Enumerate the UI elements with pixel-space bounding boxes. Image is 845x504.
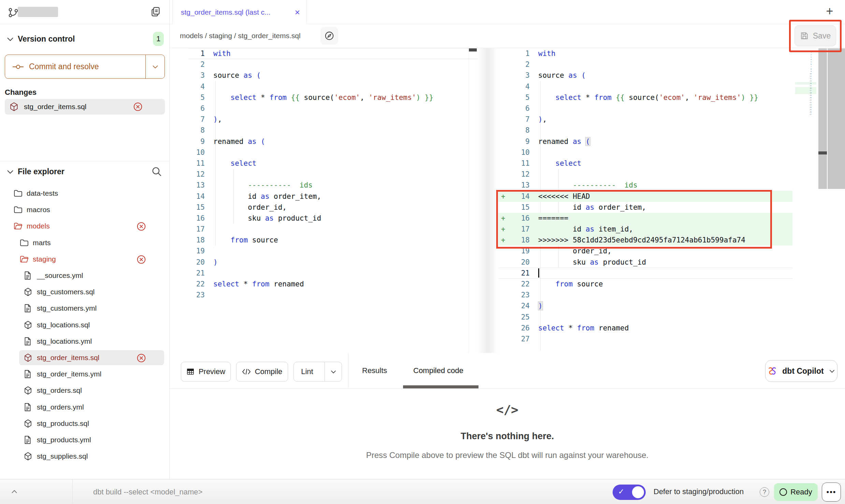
file-tree-item-staging[interactable]: staging	[19, 252, 164, 267]
file-tree-item-stg-products-yml[interactable]: stg_products.yml	[19, 432, 164, 447]
code-line[interactable]: 1with	[498, 48, 792, 59]
file-tree-item-stg-order-items-yml[interactable]: stg_order_items.yml	[19, 367, 164, 382]
file-tree-item-stg-order-items-sql[interactable]: stg_order_items.sql	[19, 350, 164, 365]
code-line[interactable]: 4	[188, 81, 477, 92]
code-line[interactable]: 21	[498, 268, 792, 279]
new-tab-button[interactable]: +	[822, 3, 837, 19]
code-line[interactable]: 5 select * from {{ source('ecom', 'raw_i…	[188, 92, 477, 103]
code-line[interactable]: 14 id as order_item,	[188, 191, 477, 202]
code-line[interactable]: 21	[188, 268, 477, 279]
code-line[interactable]: 2	[498, 59, 792, 70]
code-line[interactable]: 20)	[188, 257, 477, 268]
code-line[interactable]: 9renamed as (	[498, 136, 792, 147]
status-badge-ready[interactable]: Ready	[774, 483, 818, 501]
code-line[interactable]: 11 select	[188, 158, 477, 169]
tab-results[interactable]: Results	[362, 353, 387, 388]
commit-options-dropdown[interactable]	[145, 55, 164, 78]
code-line[interactable]: 15 id as order_item,	[498, 202, 792, 213]
code-line[interactable]: 2	[188, 59, 477, 70]
command-input[interactable]	[93, 479, 571, 504]
expand-command-history-icon[interactable]	[8, 485, 21, 499]
editor-pane-original[interactable]: 1with23source as (45 select * from {{ so…	[188, 48, 477, 300]
code-line[interactable]: 15 order_id,	[188, 202, 477, 213]
pane-splitter[interactable]	[477, 48, 498, 353]
code-line[interactable]: 11 select	[498, 158, 792, 169]
editor-scrollbar-thumb[interactable]	[818, 151, 827, 154]
lint-options-dropdown[interactable]	[325, 362, 342, 381]
discard-change-icon[interactable]	[136, 221, 146, 232]
code-line[interactable]: 12	[498, 169, 792, 180]
file-tree-item-marts[interactable]: marts	[19, 235, 164, 250]
discard-change-icon[interactable]	[136, 353, 146, 363]
code-line[interactable]: 13 ---------- ids	[188, 180, 477, 191]
code-line[interactable]: 10	[498, 147, 792, 158]
code-line[interactable]: 7),	[498, 114, 792, 125]
discard-change-icon[interactable]	[133, 102, 143, 112]
code-line[interactable]: 12	[188, 169, 477, 180]
code-line[interactable]: 8	[188, 125, 477, 136]
copy-icon[interactable]	[149, 5, 163, 19]
save-button[interactable]: Save	[794, 25, 836, 46]
code-line[interactable]: +16=======	[498, 213, 792, 224]
window-scrollbar[interactable]	[828, 48, 845, 189]
help-icon[interactable]: ?	[760, 487, 769, 497]
code-line[interactable]: 22 from source	[498, 279, 792, 290]
file-tree-item--sources-yml[interactable]: __sources.yml	[19, 268, 164, 283]
code-line[interactable]: 17	[188, 224, 477, 235]
code-line[interactable]: 25	[498, 312, 792, 323]
file-tree-item-stg-products-sql[interactable]: stg_products.sql	[19, 416, 164, 431]
tab-stg-order-items[interactable]: stg_order_items.sql (last c... ×	[172, 0, 306, 24]
code-line[interactable]: 3source as (	[188, 70, 477, 81]
code-line[interactable]: 19	[188, 246, 477, 256]
file-tree-item-stg-customers-yml[interactable]: stg_customers.yml	[19, 301, 164, 316]
code-line[interactable]: 7),	[188, 114, 477, 125]
code-line[interactable]: 1with	[188, 48, 477, 59]
file-explorer-section-header[interactable]: File explorer	[0, 161, 169, 182]
code-line[interactable]: 6	[498, 103, 792, 114]
branch-name-redacted[interactable]	[18, 7, 58, 17]
more-options-button[interactable]: •••	[822, 483, 841, 502]
editor-scrollbar[interactable]	[818, 48, 827, 189]
code-line[interactable]: 5 select * from {{ source('ecom', 'raw_i…	[498, 92, 792, 103]
tab-compiled-code[interactable]: Compiled code	[413, 353, 463, 388]
code-line[interactable]: 8	[498, 125, 792, 136]
search-icon[interactable]	[151, 166, 162, 177]
code-line[interactable]: +18>>>>>>> 58c1dd23d5eebd9cd2495fa7124ab…	[498, 235, 792, 246]
code-line[interactable]: 22select * from renamed	[188, 279, 477, 290]
code-line[interactable]: 26select * from renamed	[498, 323, 792, 333]
file-tree-item-stg-orders-yml[interactable]: stg_orders.yml	[19, 400, 164, 415]
code-line[interactable]: 23	[188, 290, 477, 300]
lint-button[interactable]: Lint	[293, 362, 342, 382]
file-tree-item-macros[interactable]: macros	[19, 202, 164, 217]
lint-label[interactable]: Lint	[294, 362, 320, 381]
changed-file-row[interactable]: stg_order_items.sql	[5, 99, 165, 115]
preview-button[interactable]: Preview	[181, 362, 231, 382]
code-line[interactable]: 20 sku as product_id	[498, 257, 792, 268]
code-line[interactable]: 13 ---------- ids	[498, 180, 792, 191]
code-line[interactable]: 27	[498, 333, 792, 344]
minimap[interactable]: 1with23source as (45 select * from {{ so…	[795, 51, 816, 167]
file-tree-item-stg-locations-yml[interactable]: stg_locations.yml	[19, 334, 164, 349]
compile-button[interactable]: Compile	[236, 362, 288, 382]
file-tree-item-models[interactable]: models	[19, 219, 164, 234]
version-control-section-header[interactable]: Version control 1	[0, 24, 169, 55]
code-line[interactable]: +14<<<<<<< HEAD	[498, 191, 792, 202]
close-icon[interactable]: ×	[295, 8, 300, 17]
code-line[interactable]: 6	[188, 103, 477, 114]
code-line[interactable]: 18 from source	[188, 235, 477, 246]
code-line[interactable]: 10	[188, 147, 477, 158]
lineage-compass-icon[interactable]	[320, 27, 338, 45]
code-line[interactable]: +17 id as item_id,	[498, 224, 792, 235]
file-tree-item-stg-orders-sql[interactable]: stg_orders.sql	[19, 383, 164, 398]
code-line[interactable]: 16 sku as product_id	[188, 213, 477, 224]
file-tree-item-stg-customers-sql[interactable]: stg_customers.sql	[19, 284, 164, 299]
dbt-copilot-button[interactable]: dbt Copilot	[765, 360, 837, 382]
code-line[interactable]: 19 order_id,	[498, 246, 792, 256]
code-line[interactable]: 9renamed as (	[188, 136, 477, 147]
defer-toggle[interactable]: ✓	[613, 485, 646, 500]
code-line[interactable]: 23	[498, 290, 792, 300]
file-tree-item-stg-supplies-sql[interactable]: stg_supplies.sql	[19, 449, 164, 464]
editor-pane-modified[interactable]: 1with23source as (45 select * from {{ so…	[498, 48, 792, 344]
file-tree-item-data-tests[interactable]: data-tests	[19, 186, 164, 201]
code-line[interactable]: 4	[498, 81, 792, 92]
